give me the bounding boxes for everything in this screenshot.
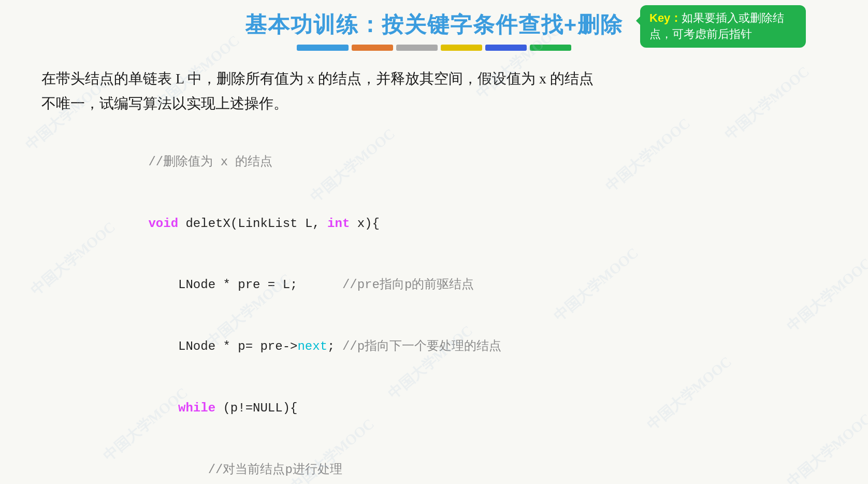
code-fn-name: deletX(LinkList L,	[185, 217, 327, 231]
code-line-2: void deletX(LinkList L, int x){	[104, 193, 837, 254]
color-bar-blue	[297, 45, 349, 51]
color-bar-green	[530, 45, 571, 51]
code-line-5: while (p!=NULL){	[104, 377, 837, 439]
code-line4-post: ;	[327, 339, 342, 353]
code-int-keyword: int	[327, 217, 350, 231]
code-line-1: //删除值为 x 的结点	[104, 131, 837, 193]
title-area: 基本功训练：按关键字条件查找+删除 Key：如果要插入或删除结点，可考虑前后指针	[31, 10, 837, 39]
color-bar-orange	[352, 45, 393, 51]
color-bar-gray	[396, 45, 438, 51]
key-label: Key：	[649, 11, 682, 24]
code-while-cond: (p!=NULL){	[215, 401, 297, 415]
page: 中国大学MOOC 中国大学MOOC 中国大学MOOC 中国大学MOOC 中国大学…	[0, 0, 868, 484]
code-block: //删除值为 x 的结点 void deletX(LinkList L, int…	[31, 131, 837, 484]
description-text: 在带头结点的单链表 L 中，删除所有值为 x 的结点，并释放其空间，假设值为 x…	[31, 66, 837, 116]
code-line-6: //对当前结点p进行处理	[104, 439, 837, 484]
code-comment-4: //p指向下一个要处理的结点	[342, 339, 501, 353]
page-title: 基本功训练：按关键字条件查找+删除	[245, 12, 624, 37]
code-comment-6: //对当前结点p进行处理	[148, 463, 342, 477]
key-bubble: Key：如果要插入或删除结点，可考虑前后指针	[640, 5, 806, 48]
code-void-keyword: void	[148, 217, 185, 231]
code-line3-text: LNode * pre = L;	[148, 278, 342, 292]
code-line-4: LNode * p= pre->next; //p指向下一个要处理的结点	[104, 316, 837, 378]
code-fn-rest: x){	[350, 217, 380, 231]
color-bar-darkblue	[485, 45, 527, 51]
code-next-1: next	[297, 339, 327, 353]
color-bar-yellow	[441, 45, 482, 51]
code-comment-1: //删除值为 x 的结点	[148, 155, 272, 169]
code-line-3: LNode * pre = L; //pre指向p的前驱结点	[104, 254, 837, 316]
code-comment-3: //pre指向p的前驱结点	[342, 278, 474, 292]
code-line4-pre: LNode * p= pre->	[148, 339, 297, 353]
code-while-keyword: while	[148, 401, 215, 415]
